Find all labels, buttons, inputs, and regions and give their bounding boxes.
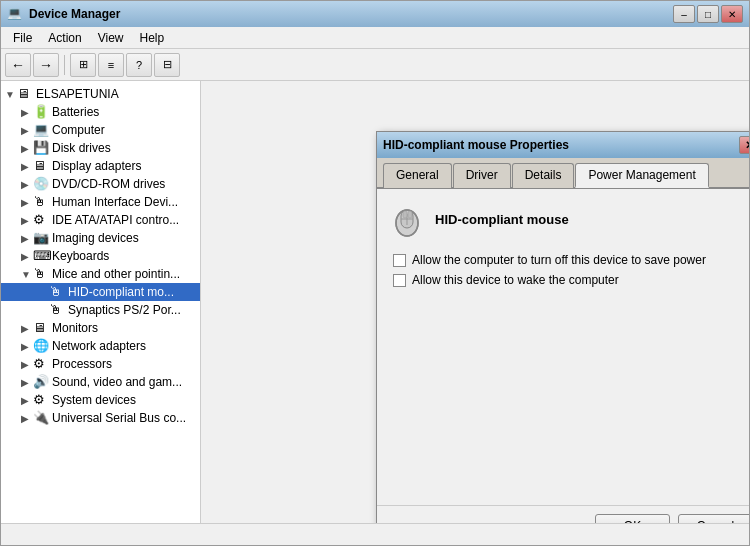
tab-details[interactable]: Details	[512, 163, 575, 188]
toolbar: ← → ⊞ ≡ ? ⊟	[1, 49, 749, 81]
imaging-expander: ▶	[21, 233, 33, 244]
dvd-icon: 💿	[33, 176, 49, 192]
hid-expander: ▶	[21, 197, 33, 208]
batteries-label: Batteries	[52, 105, 99, 119]
maximize-button[interactable]: □	[697, 5, 719, 23]
usb-icon: 🔌	[33, 410, 49, 426]
tree-item-keyboards[interactable]: ▶ ⌨ Keyboards	[1, 247, 200, 265]
title-bar: 💻 Device Manager – □ ✕	[1, 1, 749, 27]
computer-icon-tree: 💻	[33, 122, 49, 138]
tree-item-monitors[interactable]: ▶ 🖥 Monitors	[1, 319, 200, 337]
cancel-button[interactable]: Cancel	[678, 514, 749, 523]
tree-item-usb[interactable]: ▶ 🔌 Universal Serial Bus co...	[1, 409, 200, 427]
tree-item-dvd[interactable]: ▶ 💿 DVD/CD-ROM drives	[1, 175, 200, 193]
mice-expander: ▼	[21, 269, 33, 280]
batteries-expander: ▶	[21, 107, 33, 118]
menu-view[interactable]: View	[90, 29, 132, 47]
dialog-content: HID-compliant mouse Allow the computer t…	[377, 189, 749, 505]
menu-help[interactable]: Help	[132, 29, 173, 47]
remove-button[interactable]: ⊟	[154, 53, 180, 77]
display-label: Display adapters	[52, 159, 141, 173]
processors-expander: ▶	[21, 359, 33, 370]
tree-panel: ▼ 🖥 ELSAPETUNIA ▶ 🔋 Batteries ▶ 💻 Comput…	[1, 81, 201, 523]
tab-general[interactable]: General	[383, 163, 452, 188]
dialog-close-button[interactable]: ✕	[739, 136, 749, 154]
system-label: System devices	[52, 393, 136, 407]
tree-item-display[interactable]: ▶ 🖥 Display adapters	[1, 157, 200, 175]
option-label-2: Allow this device to wake the computer	[412, 273, 619, 287]
dvd-expander: ▶	[21, 179, 33, 190]
tree-item-ide[interactable]: ▶ ⚙ IDE ATA/ATAPI contro...	[1, 211, 200, 229]
ide-expander: ▶	[21, 215, 33, 226]
tree-item-hid-mouse[interactable]: 🖱 HID-compliant mo...	[1, 283, 200, 301]
tree-item-mice[interactable]: ▼ 🖱 Mice and other pointin...	[1, 265, 200, 283]
network-label: Network adapters	[52, 339, 146, 353]
minimize-button[interactable]: –	[673, 5, 695, 23]
device-name: HID-compliant mouse	[435, 212, 569, 227]
ok-button[interactable]: OK	[595, 514, 670, 523]
tree-item-batteries[interactable]: ▶ 🔋 Batteries	[1, 103, 200, 121]
svg-rect-6	[408, 211, 412, 218]
hid-mouse-icon: 🖱	[49, 284, 65, 300]
properties-button[interactable]: ⊞	[70, 53, 96, 77]
tree-item-system[interactable]: ▶ ⚙ System devices	[1, 391, 200, 409]
forward-button[interactable]: →	[33, 53, 59, 77]
content-area: ▼ 🖥 ELSAPETUNIA ▶ 🔋 Batteries ▶ 💻 Comput…	[1, 81, 749, 523]
system-expander: ▶	[21, 395, 33, 406]
update-button[interactable]: ≡	[98, 53, 124, 77]
properties-dialog: HID-compliant mouse Properties ✕ General…	[376, 131, 749, 523]
usb-label: Universal Serial Bus co...	[52, 411, 186, 425]
sound-icon: 🔊	[33, 374, 49, 390]
sound-expander: ▶	[21, 377, 33, 388]
tree-item-hid[interactable]: ▶ 🖱 Human Interface Devi...	[1, 193, 200, 211]
tree-item-computer[interactable]: ▶ 💻 Computer	[1, 121, 200, 139]
main-panel: HID-compliant mouse Properties ✕ General…	[201, 81, 749, 523]
help-button[interactable]: ?	[126, 53, 152, 77]
checkbox-save-power[interactable]	[393, 254, 406, 267]
keyboards-icon: ⌨	[33, 248, 49, 264]
main-window: 💻 Device Manager – □ ✕ File Action View …	[0, 0, 750, 546]
status-bar	[1, 523, 749, 545]
hid-mouse-label: HID-compliant mo...	[68, 285, 174, 299]
tree-item-synaptics[interactable]: 🖱 Synaptics PS/2 Por...	[1, 301, 200, 319]
hid-icon: 🖱	[33, 194, 49, 210]
menu-action[interactable]: Action	[40, 29, 89, 47]
disk-expander: ▶	[21, 143, 33, 154]
system-icon: ⚙	[33, 392, 49, 408]
title-bar-buttons: – □ ✕	[673, 5, 743, 23]
computer-expander: ▶	[21, 125, 33, 136]
synaptics-icon: 🖱	[49, 302, 65, 318]
tab-bar: General Driver Details Power Management	[377, 158, 749, 189]
disk-label: Disk drives	[52, 141, 111, 155]
hid-label: Human Interface Devi...	[52, 195, 178, 209]
tree-item-network[interactable]: ▶ 🌐 Network adapters	[1, 337, 200, 355]
tab-power-management[interactable]: Power Management	[575, 163, 708, 188]
ide-label: IDE ATA/ATAPI contro...	[52, 213, 179, 227]
close-button[interactable]: ✕	[721, 5, 743, 23]
monitors-expander: ▶	[21, 323, 33, 334]
mouse-device-icon	[389, 201, 425, 237]
sound-label: Sound, video and gam...	[52, 375, 182, 389]
tab-driver[interactable]: Driver	[453, 163, 511, 188]
dialog-spacer	[389, 293, 749, 493]
dialog-title-bar: HID-compliant mouse Properties ✕	[377, 132, 749, 158]
monitors-icon: 🖥	[33, 320, 49, 336]
dialog-buttons: OK Cancel	[377, 505, 749, 523]
tree-item-sound[interactable]: ▶ 🔊 Sound, video and gam...	[1, 373, 200, 391]
keyboards-label: Keyboards	[52, 249, 109, 263]
keyboards-expander: ▶	[21, 251, 33, 262]
tree-item-processors[interactable]: ▶ ⚙ Processors	[1, 355, 200, 373]
window-title: Device Manager	[29, 7, 667, 21]
svg-rect-5	[403, 211, 407, 218]
menu-file[interactable]: File	[5, 29, 40, 47]
device-header: HID-compliant mouse	[389, 201, 749, 237]
tree-item-disk[interactable]: ▶ 💾 Disk drives	[1, 139, 200, 157]
checkbox-wake-computer[interactable]	[393, 274, 406, 287]
imaging-icon: 📷	[33, 230, 49, 246]
tree-root[interactable]: ▼ 🖥 ELSAPETUNIA	[1, 85, 200, 103]
display-expander: ▶	[21, 161, 33, 172]
back-button[interactable]: ←	[5, 53, 31, 77]
disk-icon: 💾	[33, 140, 49, 156]
tree-item-imaging[interactable]: ▶ 📷 Imaging devices	[1, 229, 200, 247]
root-expander: ▼	[5, 89, 17, 100]
